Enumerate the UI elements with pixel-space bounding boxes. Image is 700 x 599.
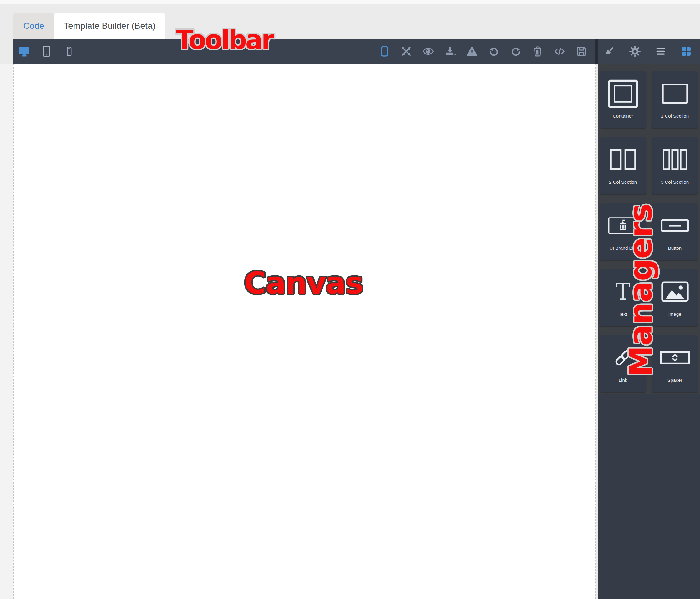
device-desktop-button[interactable] <box>18 44 30 59</box>
block-manager: Container 1 Col Section 2 Col Section <box>598 64 700 394</box>
save-button[interactable] <box>576 44 588 59</box>
code-brackets-icon <box>554 45 566 57</box>
container-icon <box>607 74 639 113</box>
spacer-icon <box>660 338 690 378</box>
fullscreen-button[interactable] <box>400 44 412 59</box>
tablet-icon <box>41 45 53 58</box>
toggle-borders-button[interactable] <box>378 44 390 59</box>
block-label: 3 Col Section <box>661 179 689 185</box>
one-col-section-icon <box>661 74 689 113</box>
block-label: Text <box>619 311 627 317</box>
block-2-col-section[interactable]: 2 Col Section <box>600 137 646 194</box>
hamburger-icon <box>655 45 667 57</box>
block-label: Button <box>668 245 681 251</box>
device-switcher <box>18 39 75 64</box>
block-label: Container <box>613 113 633 119</box>
view-code-button[interactable] <box>554 44 566 59</box>
grid-icon <box>680 45 692 57</box>
square-outline-icon <box>378 45 390 57</box>
three-col-section-icon <box>662 140 688 179</box>
toolbar-separator <box>595 39 598 64</box>
block-manager-tab[interactable] <box>680 44 692 59</box>
panel-switcher <box>603 39 692 64</box>
toolbar <box>12 39 700 64</box>
mobile-icon <box>64 45 74 57</box>
canvas[interactable] <box>14 64 596 599</box>
warnings-button[interactable] <box>466 44 478 59</box>
undo-arrow-icon <box>488 45 500 57</box>
block-text[interactable]: T Text <box>600 269 646 326</box>
block-ui-brand-bar[interactable]: UI Brand Bar <box>600 203 646 260</box>
button-icon <box>660 206 690 245</box>
block-label: 2 Col Section <box>609 179 637 185</box>
tab-code-label: Code <box>23 21 44 31</box>
floppy-disk-icon <box>576 45 588 57</box>
block-1-col-section[interactable]: 1 Col Section <box>652 71 698 128</box>
redo-button[interactable] <box>510 44 522 59</box>
block-spacer[interactable]: Spacer <box>652 335 698 392</box>
eye-icon <box>422 45 434 57</box>
download-icon <box>444 45 456 57</box>
trash-icon <box>532 45 544 57</box>
page-top-strip <box>0 0 700 4</box>
link-chain-icon <box>613 338 633 378</box>
image-icon <box>661 272 689 311</box>
gear-icon <box>629 45 641 57</box>
tab-code[interactable]: Code <box>14 13 54 39</box>
device-tablet-button[interactable] <box>41 44 53 59</box>
device-mobile-button[interactable] <box>63 44 75 59</box>
block-label: UI Brand Bar <box>609 245 636 251</box>
block-container[interactable]: Container <box>600 71 646 128</box>
block-image[interactable]: Image <box>652 269 698 326</box>
preview-button[interactable] <box>422 44 434 59</box>
block-3-col-section[interactable]: 3 Col Section <box>652 137 698 194</box>
text-icon: T <box>615 272 630 311</box>
clear-canvas-button[interactable] <box>532 44 544 59</box>
block-label: Link <box>619 378 627 383</box>
import-button[interactable] <box>444 44 456 59</box>
block-link[interactable]: Link <box>600 335 646 392</box>
toolbar-actions <box>378 39 588 64</box>
template-builder-app: { "tabs": { "code": "Code", "builder": "… <box>0 0 700 599</box>
canvas-left-gutter <box>0 64 14 599</box>
expand-arrows-icon <box>400 45 412 57</box>
tab-template-builder-label: Template Builder (Beta) <box>64 21 155 31</box>
warning-triangle-icon <box>466 45 478 57</box>
block-label: Spacer <box>668 378 682 383</box>
desktop-icon <box>18 44 30 58</box>
block-button[interactable]: Button <box>652 203 698 260</box>
right-sidebar: Container 1 Col Section 2 Col Section <box>598 64 700 599</box>
block-label: 1 Col Section <box>661 113 689 119</box>
layer-manager-tab[interactable] <box>655 44 667 59</box>
paint-brush-icon <box>603 45 615 57</box>
undo-button[interactable] <box>488 44 500 59</box>
brand-bar-icon <box>608 206 639 245</box>
settings-tab[interactable] <box>629 44 641 59</box>
two-col-section-icon <box>609 140 637 179</box>
style-manager-tab[interactable] <box>603 44 615 59</box>
block-label: Image <box>668 311 681 317</box>
tab-template-builder[interactable]: Template Builder (Beta) <box>54 13 165 39</box>
redo-arrow-icon <box>510 45 522 57</box>
